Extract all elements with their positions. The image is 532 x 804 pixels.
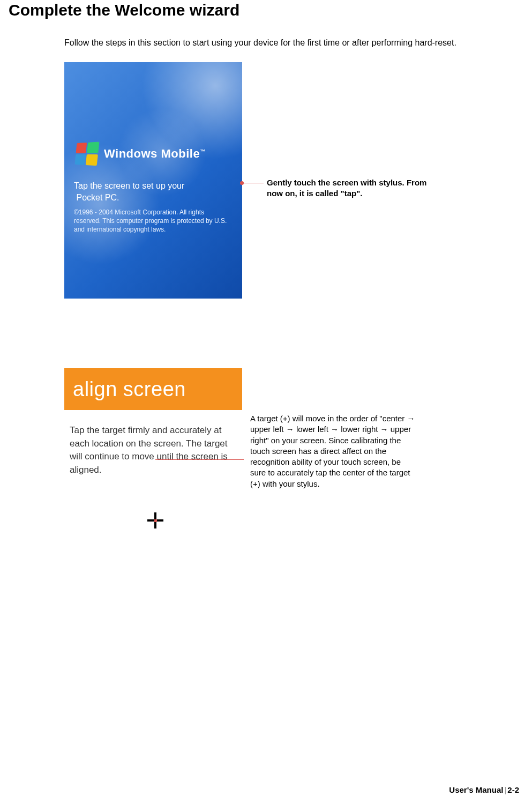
welcome-wizard-screenshot: Windows Mobile™ Tap the screen to set up… <box>64 62 242 299</box>
callout-tap-text: Gently touch the screen with stylus. Fro… <box>267 177 433 199</box>
callout-target-text: A target (+) will move in the order of "… <box>250 413 416 489</box>
setup-instruction-text: Tap the screen to set up your Pocket PC. <box>74 180 233 203</box>
figure-2-row: align screen Tap the target firmly and a… <box>64 368 532 615</box>
calibration-target-icon <box>147 512 164 529</box>
align-screen-header: align screen <box>64 368 242 410</box>
align-screen-body: Tap the target firmly and accurately at … <box>64 410 242 477</box>
callout-dot-icon <box>240 181 244 185</box>
copyright-text: ©1996 - 2004 Microsoft Corporation. All … <box>74 208 233 234</box>
callout-tap: Gently touch the screen with stylus. Fro… <box>242 177 433 199</box>
intro-paragraph: Follow the steps in this section to star… <box>64 34 521 51</box>
windows-flag-icon <box>75 142 100 166</box>
page-footer: User's Manual|2-2 <box>449 785 519 794</box>
windows-mobile-logo: Windows Mobile™ <box>75 143 206 165</box>
align-screen-screenshot: align screen Tap the target firmly and a… <box>64 368 242 615</box>
windows-mobile-wordmark: Windows Mobile™ <box>104 147 206 161</box>
callout-target: A target (+) will move in the order of "… <box>242 454 416 489</box>
page-title: Complete the Welcome wizard <box>0 1 532 19</box>
figure-1-row: Windows Mobile™ Tap the screen to set up… <box>64 62 532 299</box>
